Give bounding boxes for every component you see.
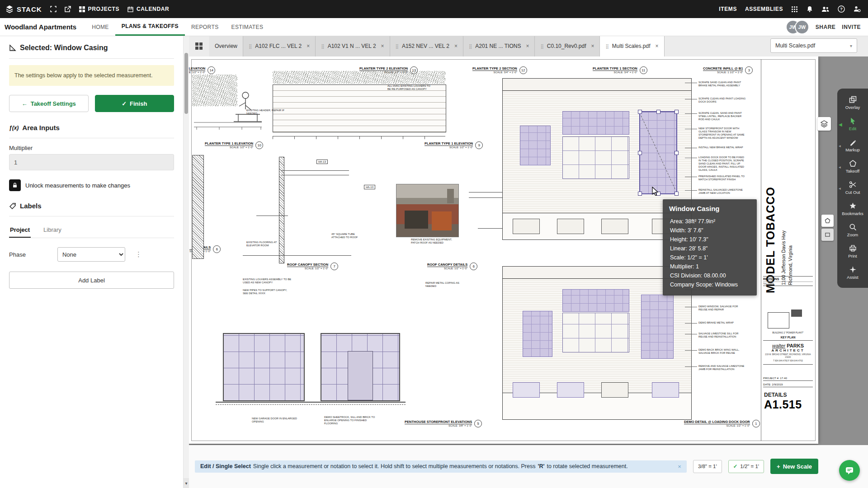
users-icon[interactable] xyxy=(821,6,830,13)
close-tab-icon[interactable]: × xyxy=(526,43,529,49)
multiplier-input[interactable] xyxy=(9,154,174,170)
small-window[interactable] xyxy=(513,382,540,398)
small-window[interactable] xyxy=(652,382,679,398)
plan-canvas[interactable]: PLANTER TYPE 2 ELEVATIONSCALE: 1/2" = 1'… xyxy=(189,56,868,445)
storefront-grid[interactable] xyxy=(562,313,629,352)
takeoff-settings-button[interactable]: ← Takeoff Settings xyxy=(9,95,89,112)
storefront-measurement[interactable] xyxy=(223,333,305,401)
open-external-icon[interactable] xyxy=(65,6,71,12)
scroll-down-arrow[interactable]: ▾ xyxy=(184,478,189,488)
detail-caption: PLANTER TYPE 1 ELEVATIONSCALE: 1/2" = 1'… xyxy=(425,141,483,149)
tool-zoom[interactable]: Zoom xyxy=(837,220,868,241)
drag-handle-icon[interactable]: ⣿ xyxy=(249,44,252,49)
layers-button[interactable] xyxy=(817,117,831,131)
close-tab-icon[interactable]: × xyxy=(381,43,384,49)
scale-chip[interactable]: 3/8" = 1' xyxy=(693,460,722,473)
tab-reports[interactable]: REPORTS xyxy=(185,18,225,36)
window-measurement[interactable] xyxy=(641,295,674,359)
new-scale-button[interactable]: + New Scale xyxy=(770,459,818,474)
unlock-row[interactable]: Unlock measurements to make changes xyxy=(9,179,174,191)
tool-bookmarks[interactable]: Bookmarks xyxy=(837,198,868,220)
close-tab-icon[interactable]: × xyxy=(454,43,458,49)
invite-button[interactable]: INVITE xyxy=(842,24,861,30)
avatar[interactable]: JW xyxy=(795,20,809,34)
small-window[interactable] xyxy=(601,219,628,234)
drag-handle-icon[interactable]: ⣿ xyxy=(469,44,472,49)
tab-library-labels[interactable]: Library xyxy=(42,224,62,238)
tab-document[interactable]: ⣿ A152 NEV ... VEL 2 × xyxy=(390,36,463,56)
fullscreen-icon[interactable] xyxy=(50,6,57,12)
drawing-annotation: DEMO BRAKE METAL WRAP xyxy=(698,321,746,324)
stack-logo[interactable]: STACK xyxy=(5,5,42,13)
tool-assist[interactable]: Assist xyxy=(837,262,868,283)
tab-plans-takeoffs[interactable]: PLANS & TAKEOFFS xyxy=(115,18,185,36)
drag-handle-icon[interactable]: ⣿ xyxy=(540,44,543,49)
small-window[interactable] xyxy=(601,382,628,398)
small-window[interactable] xyxy=(557,219,584,234)
finish-button[interactable]: ✓ Finish xyxy=(95,95,175,112)
apps-grid-icon[interactable] xyxy=(791,6,798,13)
tool-takeoff[interactable]: ◂ Takeoff xyxy=(837,156,868,177)
tab-document[interactable]: ⣿ A102 FLC ... VEL 2 × xyxy=(243,36,316,56)
tab-estimates[interactable]: ESTIMATES xyxy=(225,18,270,36)
share-button[interactable]: SHARE xyxy=(816,24,836,30)
tool-print[interactable]: Print xyxy=(837,241,868,262)
tab-document[interactable]: ⣿ A201 NE ... TIONS × xyxy=(463,36,535,56)
close-tab-icon[interactable]: × xyxy=(656,43,659,49)
storefront-measurement[interactable] xyxy=(321,333,400,401)
tab-document-active[interactable]: ⣿ Multi Scales.pdf × xyxy=(600,36,664,56)
tool-markup[interactable]: ◂ Markup xyxy=(837,135,868,156)
tool-overlay[interactable]: Overlay xyxy=(837,92,868,113)
drawing-annotation: DEMO BACK BRICK WING WALL, SALVAGE BRICK… xyxy=(698,348,746,355)
selection-handle[interactable] xyxy=(675,192,679,196)
phase-select[interactable]: None xyxy=(57,247,125,262)
notifications-bell-icon[interactable] xyxy=(806,5,813,13)
selected-window-casing[interactable] xyxy=(639,111,677,194)
window-measurement[interactable] xyxy=(520,126,551,165)
scrollbar-thumb[interactable] xyxy=(184,53,188,114)
snap-rect-button[interactable] xyxy=(821,229,834,241)
sidebar-scrollbar[interactable]: ▾ xyxy=(183,36,189,488)
tool-edit[interactable]: ◀ Edit xyxy=(837,113,868,135)
drag-handle-icon[interactable]: ⣿ xyxy=(605,44,609,49)
transom-measurement[interactable] xyxy=(562,289,629,312)
selection-handle[interactable] xyxy=(638,151,642,155)
nav-items[interactable]: ITEMS xyxy=(719,6,737,12)
selection-handle[interactable] xyxy=(638,192,642,196)
selection-handle[interactable] xyxy=(656,110,660,114)
tab-overview[interactable]: Overview xyxy=(209,36,243,56)
tab-document[interactable]: ⣿ C0.10_Rev0.pdf × xyxy=(535,36,600,56)
transom-measurement[interactable] xyxy=(562,111,629,135)
nav-projects[interactable]: PROJECTS xyxy=(79,6,119,12)
dismiss-hint-icon[interactable]: × xyxy=(678,463,681,470)
close-tab-icon[interactable]: × xyxy=(591,43,594,49)
tab-home[interactable]: HOME xyxy=(85,18,115,36)
detail-caption: PLANTER TYPE 2 SECTIONSCALE: 3/4" = 1'-0… xyxy=(472,66,527,74)
small-window[interactable] xyxy=(513,219,540,234)
small-window[interactable] xyxy=(557,382,584,398)
multiplier-label: Multiplier xyxy=(9,145,174,151)
account-settings-icon[interactable] xyxy=(853,5,861,13)
tab-document[interactable]: ⣿ A102 V1 N ... VEL 2 × xyxy=(316,36,390,56)
document-selector[interactable]: Multi Scales.pdf ▾ xyxy=(770,38,857,53)
help-icon[interactable]: ? xyxy=(838,5,845,13)
tool-cut-out[interactable]: ◂ Cut Out xyxy=(837,177,868,198)
selection-handle[interactable] xyxy=(638,110,642,114)
selection-handle[interactable] xyxy=(675,110,679,114)
support-chat-button[interactable] xyxy=(839,460,860,481)
drag-handle-icon[interactable]: ⣿ xyxy=(396,44,399,49)
flyout-arrow-icon: ◀ xyxy=(839,122,842,127)
window-measurement[interactable] xyxy=(523,311,552,357)
nav-calendar[interactable]: CALENDAR xyxy=(127,6,169,12)
active-scale-chip[interactable]: ✓ 1/2" = 1' xyxy=(728,460,764,473)
selection-handle[interactable] xyxy=(675,151,679,155)
snap-shape-button[interactable] xyxy=(821,215,834,227)
tab-project-labels[interactable]: Project xyxy=(9,224,31,238)
add-label-button[interactable]: Add Label xyxy=(9,272,174,289)
close-tab-icon[interactable]: × xyxy=(307,43,310,49)
storefront-grid[interactable] xyxy=(562,136,629,179)
pages-grid-button[interactable] xyxy=(189,36,209,56)
kebab-menu-icon[interactable]: ⋮ xyxy=(135,250,142,258)
nav-assemblies[interactable]: ASSEMBLIES xyxy=(745,6,783,12)
drag-handle-icon[interactable]: ⣿ xyxy=(321,44,324,49)
